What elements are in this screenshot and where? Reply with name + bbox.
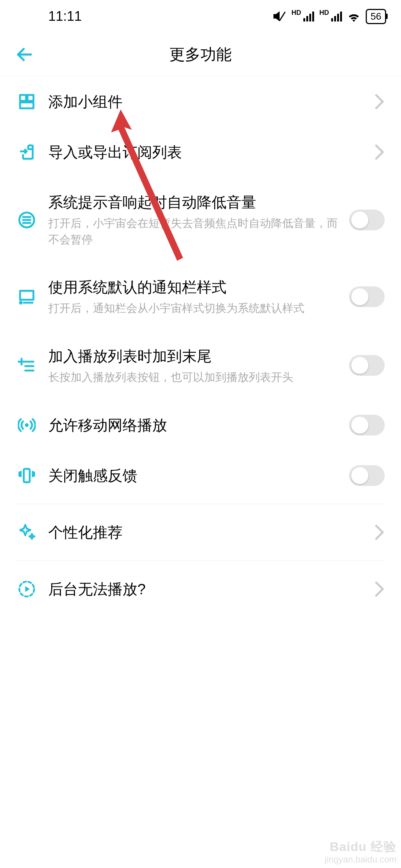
item-notif-style: 使用系统默认的通知栏样式 打开后，通知栏会从小宇宙样式切换为系统默认样式 (0, 262, 401, 331)
sparkle-icon (16, 522, 37, 543)
signal-icon-2 (331, 11, 342, 22)
chevron-right-icon (374, 524, 385, 540)
background-play-icon (16, 579, 37, 599)
item-bg-play-help[interactable]: 后台无法播放? (0, 564, 401, 614)
toggle-haptic-off[interactable] (349, 465, 385, 486)
item-title: 使用系统默认的通知栏样式 (48, 277, 340, 297)
status-bar: 11:11 HD HD 56 (0, 0, 401, 33)
watermark: Baidu 经验 jingyan.baidu.com (325, 839, 397, 865)
status-indicators: HD HD 56 (273, 9, 386, 24)
item-add-widget[interactable]: 添加小组件 (0, 76, 401, 127)
svg-rect-9 (20, 291, 33, 300)
haptic-icon (16, 465, 37, 486)
item-haptic-off: 关闭触感反馈 (0, 450, 401, 501)
toggle-notif-style[interactable] (349, 286, 385, 307)
item-title: 添加小组件 (48, 92, 365, 112)
toggle-add-to-end[interactable] (349, 355, 385, 376)
settings-list: 添加小组件 导入或导出订阅列表 系统提示音响起时自动降低音量 打开后，小宇宙会在… (0, 76, 401, 614)
svg-line-0 (280, 12, 285, 21)
svg-rect-4 (20, 102, 33, 108)
item-lower-volume: 系统提示音响起时自动降低音量 打开后，小宇宙会在短暂失去音频焦点时自动降低音量，… (0, 177, 401, 262)
signal-icon-1 (303, 11, 314, 22)
svg-rect-2 (20, 95, 26, 101)
cellular-icon (16, 415, 37, 435)
watermark-brand: Baidu 经验 (325, 839, 397, 854)
battery-icon: 56 (366, 9, 386, 24)
hd-label-2: HD (319, 9, 329, 17)
item-add-to-end: 加入播放列表时加到末尾 长按加入播放列表按钮，也可以加到播放列表开头 (0, 331, 401, 400)
svg-point-11 (20, 302, 22, 303)
watermark-url: jingyan.baidu.com (325, 854, 397, 865)
toggle-lower-volume[interactable] (349, 210, 385, 230)
audio-focus-icon (16, 210, 37, 230)
item-import-export[interactable]: 导入或导出订阅列表 (0, 127, 401, 177)
notification-bar-icon (16, 286, 37, 307)
divider (16, 504, 385, 504)
item-title: 加入播放列表时加到末尾 (48, 346, 340, 366)
chevron-right-icon (374, 93, 385, 110)
widget-icon (16, 91, 37, 112)
item-desc: 打开后，小宇宙会在短暂失去音频焦点时自动降低音量，而不会暂停 (48, 215, 340, 247)
item-personalized[interactable]: 个性化推荐 (0, 507, 401, 558)
item-cellular-play: 允许移动网络播放 (0, 400, 401, 450)
item-title: 个性化推荐 (48, 522, 365, 542)
item-desc: 打开后，通知栏会从小宇宙样式切换为系统默认样式 (48, 300, 340, 316)
toggle-cellular-play[interactable] (349, 415, 385, 435)
header: 更多功能 (0, 33, 401, 76)
chevron-right-icon (374, 144, 385, 160)
svg-rect-18 (24, 469, 30, 482)
wifi-icon (347, 11, 361, 22)
import-export-icon (16, 142, 37, 162)
item-title: 允许移动网络播放 (48, 415, 340, 435)
item-title: 导入或导出订阅列表 (48, 142, 365, 162)
item-title: 后台无法播放? (48, 579, 365, 599)
page-title: 更多功能 (0, 44, 401, 65)
back-button[interactable] (15, 45, 34, 64)
chevron-right-icon (374, 581, 385, 597)
playlist-add-icon (16, 355, 37, 376)
item-title: 关闭触感反馈 (48, 466, 340, 486)
divider (16, 560, 385, 561)
item-desc: 长按加入播放列表按钮，也可以加到播放列表开头 (48, 369, 340, 385)
svg-point-17 (25, 423, 29, 427)
hd-label-1: HD (291, 9, 301, 17)
mute-icon (273, 10, 286, 23)
item-title: 系统提示音响起时自动降低音量 (48, 192, 340, 212)
status-time: 11:11 (15, 9, 82, 24)
svg-rect-3 (27, 95, 33, 101)
